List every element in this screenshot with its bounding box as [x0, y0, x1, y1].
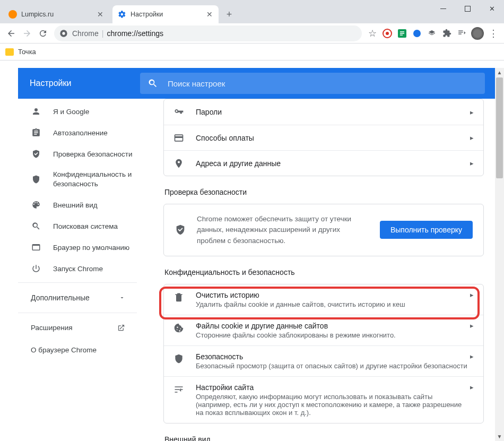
- sidebar-link-label: О браузере Chrome: [31, 346, 97, 354]
- close-icon[interactable]: ✕: [206, 11, 213, 18]
- sidebar-item-search[interactable]: Поисковая система: [18, 215, 137, 237]
- sidebar-separator: [18, 282, 137, 283]
- sidebar-item-privacy[interactable]: Конфиденциальность и безопасность: [18, 165, 137, 194]
- chevron-right-icon: ▸: [470, 383, 474, 391]
- row-cookies[interactable]: Файлы cookie и другие данные сайтов Стор…: [164, 315, 483, 345]
- row-label: Способы оплаты: [196, 134, 470, 142]
- sidebar-item-label: Внешний вид: [53, 201, 98, 209]
- bookmark-folder[interactable]: Точка: [5, 48, 36, 56]
- sidebar-item-default-browser[interactable]: Браузер по умолчанию: [18, 237, 137, 258]
- sidebar-extensions[interactable]: Расширения: [18, 316, 137, 339]
- person-icon: [31, 106, 41, 117]
- safety-check-button[interactable]: Выполнить проверку: [380, 221, 473, 239]
- favicon-lumpics: [8, 10, 17, 19]
- sidebar-about[interactable]: О браузере Chrome: [18, 339, 137, 361]
- sidebar-item-you-and-google[interactable]: Я и Google: [18, 101, 137, 122]
- chrome-icon: [59, 29, 68, 38]
- extension-icon-3[interactable]: [410, 26, 424, 41]
- sidebar-item-label: Проверка безопасности: [53, 150, 133, 158]
- scroll-up-arrow[interactable]: ▲: [495, 68, 504, 77]
- row-title: Настройки сайта: [196, 383, 470, 392]
- scroll-down-arrow[interactable]: ▼: [495, 432, 504, 441]
- reload-button[interactable]: [35, 25, 51, 41]
- extension-icon-2[interactable]: [395, 26, 410, 41]
- svg-rect-0: [440, 8, 446, 9]
- tab-title: Lumpics.ru: [21, 11, 93, 18]
- settings-search[interactable]: [140, 73, 485, 94]
- favicon-settings: [118, 10, 126, 19]
- address-bar[interactable]: Chrome | chrome://settings: [54, 25, 362, 41]
- extension-icon-4[interactable]: [424, 26, 439, 41]
- sidebar-item-on-startup[interactable]: Запуск Chrome: [18, 258, 137, 279]
- settings-content: Я и Google Автозаполнение Проверка безоп…: [18, 99, 504, 441]
- reading-list-icon[interactable]: [454, 26, 469, 41]
- sidebar-item-label: Браузер по умолчанию: [53, 244, 129, 252]
- privacy-card: Очистить историю Удалить файлы cookie и …: [163, 284, 484, 423]
- back-button[interactable]: [3, 25, 19, 41]
- new-tab-button[interactable]: +: [222, 7, 237, 22]
- row-payment[interactable]: Способы оплаты ▸: [164, 125, 483, 150]
- credit-card-icon: [173, 133, 184, 143]
- trash-icon: [173, 292, 184, 302]
- folder-icon: [5, 48, 14, 56]
- browser-toolbar: Chrome | chrome://settings ☆ ⋮: [0, 23, 504, 44]
- profile-avatar[interactable]: [471, 27, 484, 40]
- row-subtitle: Сторонние файлы cookie заблокированы в р…: [196, 331, 470, 339]
- tab-title: Настройки: [131, 11, 203, 18]
- chevron-right-icon: ▸: [470, 134, 474, 142]
- kebab-menu-icon[interactable]: ⋮: [486, 28, 501, 39]
- sidebar-advanced[interactable]: Дополнительные: [18, 286, 137, 309]
- row-label: Пароли: [196, 108, 470, 116]
- row-subtitle: Безопасный просмотр (защита от опасных с…: [196, 362, 470, 370]
- extension-icon-1[interactable]: [380, 26, 395, 41]
- row-label: Адреса и другие данные: [196, 159, 470, 168]
- sidebar-more-label: Дополнительные: [31, 293, 90, 302]
- forward-button[interactable]: [19, 25, 35, 41]
- sidebar-item-label: Я и Google: [53, 108, 89, 116]
- autofill-card: Пароли ▸ Способы оплаты ▸ Адреса и други…: [163, 99, 484, 176]
- chevron-right-icon: ▸: [470, 352, 474, 360]
- shield-icon: [31, 174, 41, 185]
- vertical-scrollbar[interactable]: ▲ ▼: [495, 68, 504, 441]
- svg-point-5: [386, 32, 389, 35]
- close-icon[interactable]: ✕: [97, 11, 104, 18]
- sliders-icon: [173, 384, 184, 395]
- bookmark-star-icon[interactable]: ☆: [365, 26, 380, 41]
- row-passwords[interactable]: Пароли ▸: [164, 99, 483, 125]
- search-input[interactable]: [168, 79, 477, 88]
- row-addresses[interactable]: Адреса и другие данные ▸: [164, 150, 483, 176]
- scroll-thumb[interactable]: [496, 77, 503, 178]
- row-security[interactable]: Безопасность Безопасный просмотр (защита…: [164, 345, 483, 376]
- sidebar-item-label: Запуск Chrome: [53, 265, 103, 273]
- safety-text: Chrome поможет обеспечить защиту от утеч…: [197, 214, 380, 246]
- shield-check-icon: [175, 224, 186, 236]
- safety-heading: Проверка безопасности: [164, 188, 484, 196]
- row-subtitle: Определяют, какую информацию могут испол…: [196, 393, 470, 417]
- row-site-settings[interactable]: Настройки сайта Определяют, какую информ…: [164, 376, 483, 423]
- sidebar-item-appearance[interactable]: Внешний вид: [18, 194, 137, 215]
- safety-card: Chrome поможет обеспечить защиту от утеч…: [163, 204, 484, 256]
- search-icon: [31, 221, 41, 231]
- shield-check-icon: [31, 149, 41, 159]
- settings-main: Пароли ▸ Способы оплаты ▸ Адреса и други…: [137, 99, 504, 441]
- tab-settings[interactable]: Настройки ✕: [112, 5, 219, 23]
- row-title: Файлы cookie и другие данные сайтов: [196, 322, 470, 330]
- svg-point-3: [62, 32, 65, 34]
- sidebar-item-autofill[interactable]: Автозаполнение: [18, 122, 137, 143]
- chevron-right-icon: ▸: [470, 108, 474, 116]
- palette-icon: [31, 200, 41, 210]
- minimize-button[interactable]: [431, 0, 455, 17]
- tab-lumpics[interactable]: Lumpics.ru ✕: [3, 5, 109, 23]
- page-title: Настройки: [18, 79, 140, 88]
- appearance-heading: Внешний вид: [164, 435, 484, 441]
- location-icon: [173, 158, 184, 169]
- url-separator: |: [102, 29, 104, 38]
- key-icon: [173, 107, 184, 117]
- row-clear-history[interactable]: Очистить историю Удалить файлы cookie и …: [164, 284, 483, 315]
- svg-point-7: [413, 30, 421, 37]
- extensions-puzzle-icon[interactable]: [439, 26, 454, 41]
- row-title: Безопасность: [196, 352, 470, 361]
- sidebar-item-safety[interactable]: Проверка безопасности: [18, 143, 137, 165]
- maximize-button[interactable]: [455, 0, 480, 17]
- close-window-button[interactable]: ✕: [480, 0, 504, 17]
